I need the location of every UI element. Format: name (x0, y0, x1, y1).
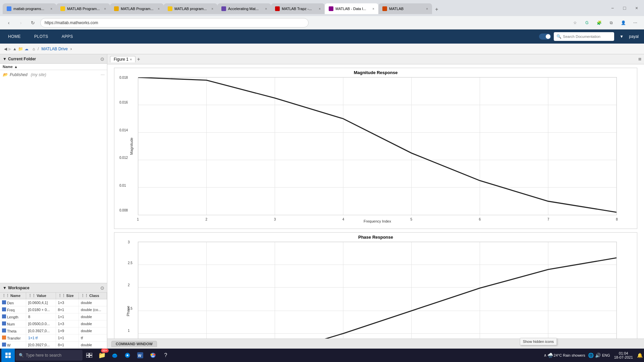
filepath-forward-icon[interactable]: ▶ (8, 47, 11, 51)
figure-tab-1[interactable]: Figure 1 × (110, 56, 136, 62)
tab-close-2[interactable]: × (104, 7, 106, 11)
toolbar-apps[interactable]: APPS (59, 33, 76, 40)
tab-close-8[interactable]: × (426, 7, 428, 11)
grammarly-icon[interactable]: G (582, 18, 592, 27)
x-tick-8: 8 (616, 218, 618, 221)
toolbar-home[interactable]: HOME (5, 33, 23, 40)
chrome-taskbar[interactable] (147, 349, 159, 361)
tab-title-2: MATLAB Program... (67, 7, 102, 11)
tab-close-6[interactable]: × (319, 7, 321, 11)
collections-icon[interactable]: ⧉ (606, 18, 616, 27)
search-documentation[interactable]: 🔍 (554, 32, 614, 41)
new-tab-button[interactable]: + (432, 5, 441, 14)
workspace-options-icon[interactable]: ⊙ (100, 285, 104, 291)
tab-bar: matlab programs... × MATLAB Program... ×… (3, 2, 441, 14)
x-tick-2: 2 (205, 218, 207, 221)
phase-y-tick-25: 2.5 (128, 261, 132, 265)
tab-1[interactable]: matlab programs... × (3, 3, 56, 14)
filepath-back-icon[interactable]: ◀ (4, 47, 7, 51)
volume-icon[interactable]: 🔊 (595, 353, 601, 358)
tab-3[interactable]: MATLAB Program... × (110, 3, 164, 14)
window-maximize[interactable]: □ (620, 3, 629, 13)
workspace-collapse-icon[interactable]: ▼ (3, 286, 7, 290)
profile-icon[interactable]: 👤 (619, 18, 628, 27)
tab-6[interactable]: MATLAB Trapz -... × (271, 3, 325, 14)
word-icon: W (137, 352, 143, 358)
sort-indicator[interactable]: ▲ (14, 65, 18, 69)
tab-4[interactable]: MATLAB program... × (164, 3, 217, 14)
expand-icon[interactable]: ▼ (617, 32, 626, 41)
workspace-row-freq[interactable]: Freq [0.0180 + 0... 8×1 double (co... (0, 306, 107, 313)
toolbar-plots[interactable]: PLOTS (32, 33, 51, 40)
svg-rect-30 (8, 353, 11, 355)
filepath-up-icon[interactable]: ▲ (13, 47, 17, 51)
folder-item-published[interactable]: 📂 Published (my site) ⋯ (1, 71, 106, 78)
file-explorer-taskbar[interactable]: 📁 99+ (96, 349, 108, 361)
figure-maximize-icon[interactable]: ⊠ (638, 57, 641, 61)
col-class[interactable]: ⋮⋮ Class (79, 293, 107, 299)
help-taskbar[interactable]: ? (160, 349, 172, 361)
workspace-row-den[interactable]: Den [0.0600,4,1] 1×3 double (0, 299, 107, 306)
tab-8[interactable]: MATLAB × (378, 3, 432, 14)
file-explorer-icon: 📁 (98, 352, 106, 359)
tab-2[interactable]: MATLAB Program... × (56, 3, 110, 14)
var-name-theta: Theta (7, 329, 16, 333)
workspace-row-w[interactable]: W [0;0.3927;0... 8×1 double (0, 342, 107, 349)
address-bar[interactable]: https://matlab.mathworks.com (40, 18, 309, 27)
tab-7[interactable]: MATLAB - Data I... × (325, 3, 378, 14)
refresh-button[interactable]: ↻ (28, 18, 38, 27)
window-close[interactable]: × (632, 3, 641, 13)
tab-favicon-6 (275, 6, 280, 11)
bookmark-star-icon[interactable]: ☆ (570, 18, 580, 27)
word-taskbar[interactable]: W (134, 349, 146, 361)
workspace-row-theta[interactable]: Theta [0,0.3927,0... 1×9 double (0, 327, 107, 335)
tab-close-7[interactable]: × (372, 7, 374, 11)
tab-close-4[interactable]: × (211, 7, 213, 11)
folder-item-more-icon[interactable]: ⋯ (100, 72, 104, 77)
var-name-freq: Freq (7, 308, 15, 312)
filepath-matlab-drive[interactable]: MATLAB Drive (41, 47, 67, 51)
panel-collapse-icon[interactable]: ▼ (3, 57, 7, 61)
workspace-row-transfer[interactable]: Transfer 1×1 tf 1×1 tf (0, 335, 107, 342)
var-value-length: 8 (26, 313, 56, 320)
figure-tab-close[interactable]: × (130, 57, 132, 61)
add-figure-button[interactable]: + (137, 56, 140, 62)
tab-close-1[interactable]: × (50, 7, 52, 11)
var-icon-freq (2, 307, 6, 311)
start-button[interactable] (1, 349, 15, 362)
taskbar-search[interactable]: 🔍 Type here to search (15, 350, 83, 361)
workspace-header: ▼ Workspace ⊙ (0, 283, 107, 293)
tab-5[interactable]: Accelerating Mat... × (217, 3, 271, 14)
theme-toggle[interactable] (539, 34, 551, 40)
col-value[interactable]: ⋮⋮ Value (26, 293, 56, 299)
workspace-row-num[interactable]: Num [0.0500,0.0... 1×3 double (0, 320, 107, 327)
edge-taskbar[interactable] (109, 349, 121, 361)
var-class-theta: double (79, 327, 107, 335)
folder-item-detail: (my site) (31, 72, 46, 77)
tab-favicon-1 (7, 6, 11, 11)
workspace-row-length[interactable]: Length 8 1×1 double (0, 313, 107, 320)
var-size-transfer: 1×1 (56, 335, 79, 342)
folder-item-name: Published (10, 72, 28, 77)
tab-close-5[interactable]: × (265, 7, 267, 11)
cortana-taskbar[interactable] (121, 349, 133, 361)
taskview-button[interactable] (83, 349, 95, 361)
extensions-icon[interactable]: 🧩 (594, 18, 604, 27)
col-name[interactable]: ⋮⋮ Name (0, 293, 26, 299)
back-button[interactable]: ‹ (4, 18, 13, 27)
notification-button[interactable]: 🔔 (637, 353, 643, 358)
show-hidden-icon[interactable]: ∧ (544, 353, 547, 358)
show-hidden-icons-tooltip: Show hidden icons (520, 338, 557, 345)
command-window-tab[interactable]: COMMAND WINDOW (111, 341, 157, 347)
clock-date: 18-07-2021 (614, 355, 633, 359)
network-icon[interactable]: 🌐 (588, 353, 594, 358)
search-documentation-input[interactable] (563, 35, 610, 39)
clock[interactable]: 01:04 18-07-2021 (611, 351, 636, 359)
more-menu-icon[interactable]: ⋯ (631, 18, 640, 27)
forward-button[interactable]: › (16, 18, 25, 27)
col-size[interactable]: ⋮⋮ Size (56, 293, 79, 299)
window-minimize[interactable]: − (608, 3, 617, 13)
svg-rect-29 (5, 353, 8, 355)
tab-close-3[interactable]: × (158, 7, 160, 11)
current-folder-options-icon[interactable]: ⊙ (100, 56, 104, 62)
